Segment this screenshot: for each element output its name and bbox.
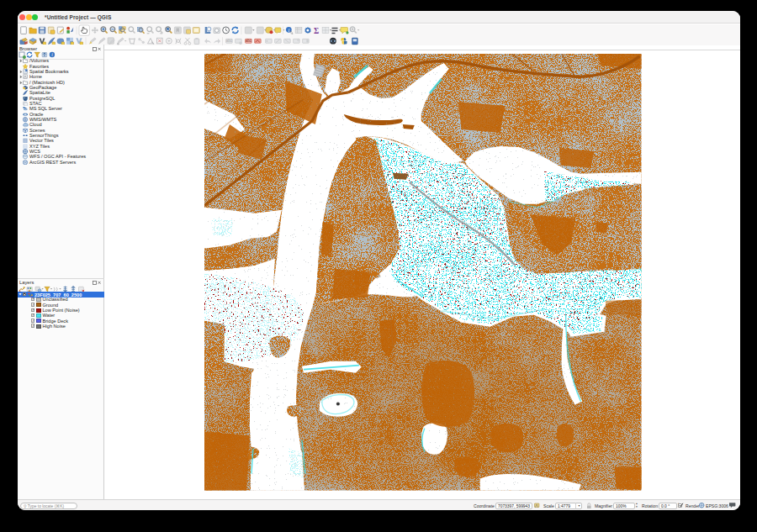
svg-text:i: i bbox=[288, 27, 289, 33]
svg-text:Σ: Σ bbox=[314, 27, 319, 35]
svg-text:abc: abc bbox=[246, 39, 252, 43]
svg-text:abc: abc bbox=[226, 39, 233, 43]
